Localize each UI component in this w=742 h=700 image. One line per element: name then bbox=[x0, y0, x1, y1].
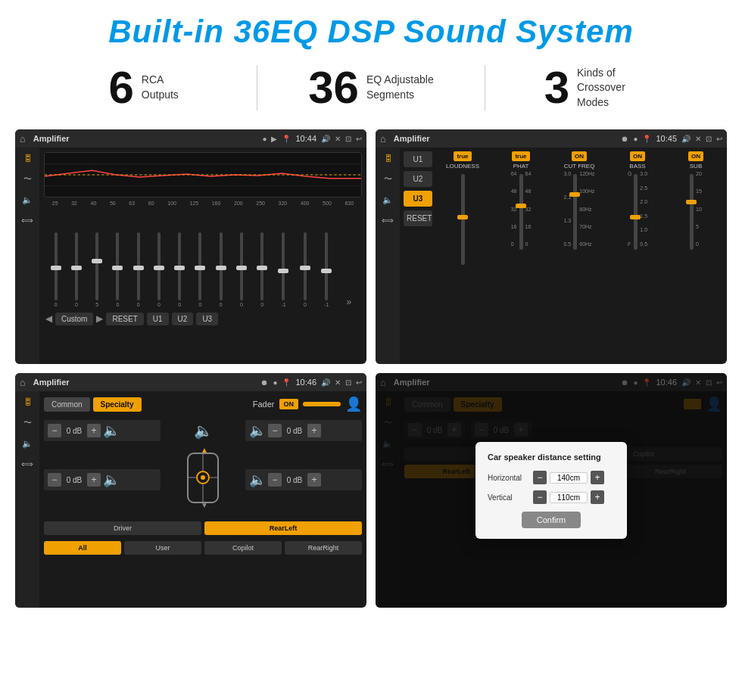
s3-arrows-icon: ⟺ bbox=[21, 459, 33, 469]
eq-slider-0: 0 bbox=[55, 232, 58, 307]
btn-copilot[interactable]: Copilot bbox=[204, 541, 282, 555]
vol-bl-minus[interactable]: − bbox=[48, 473, 61, 487]
phat-track[interactable] bbox=[519, 174, 523, 250]
eq-slider-1: 0 bbox=[75, 232, 78, 307]
sub-on[interactable]: ON bbox=[688, 151, 703, 161]
u2-btn[interactable]: U2 bbox=[172, 313, 194, 325]
bass-col: ON BASS GF 3.02.52.01.51.00.5 bbox=[610, 151, 665, 360]
btn-driver[interactable]: Driver bbox=[44, 521, 201, 535]
vertical-plus-btn[interactable]: + bbox=[591, 490, 604, 504]
screen2-dot-icon: ● bbox=[633, 135, 638, 143]
reset-btn[interactable]: RESET bbox=[106, 313, 143, 325]
tab-specialty[interactable]: Specialty bbox=[93, 397, 142, 412]
loudness-on[interactable]: true bbox=[454, 151, 471, 161]
screen3-dot-icon: ● bbox=[273, 378, 277, 387]
screen2-back-icon: ↩ bbox=[716, 135, 722, 143]
vol-bl-value: 0 dB bbox=[64, 476, 85, 484]
eq-curve-display bbox=[44, 152, 362, 198]
screen2-topbar: ⌂ Amplifier ⏺ ● 📍 10:45 🔊 ✕ ⊡ ↩ bbox=[376, 129, 727, 148]
eq-track-4[interactable] bbox=[137, 232, 140, 300]
screen1-title: Amplifier bbox=[33, 134, 258, 143]
screen-amp: ⌂ Amplifier ⏺ ● 📍 10:45 🔊 ✕ ⊡ ↩ 🎛 〜 🔈 ⟺ … bbox=[376, 129, 727, 364]
confirm-button[interactable]: Confirm bbox=[522, 512, 581, 528]
eq-track-12[interactable] bbox=[304, 232, 307, 300]
speaker-tl-icon: 🔈 bbox=[103, 422, 120, 439]
eq-track-13[interactable] bbox=[325, 232, 328, 300]
preset-u2[interactable]: U2 bbox=[404, 171, 432, 187]
screen3-x-icon: ✕ bbox=[335, 378, 341, 387]
vol-br-plus[interactable]: + bbox=[307, 473, 321, 487]
screen2-rec-icon: ⏺ bbox=[621, 135, 628, 143]
horizontal-value-input[interactable] bbox=[550, 472, 588, 484]
car-diagram: ▲ ▼ bbox=[165, 446, 241, 514]
btn-all[interactable]: All bbox=[44, 541, 121, 555]
horizontal-minus-btn[interactable]: − bbox=[533, 471, 547, 484]
vertical-value-input[interactable] bbox=[550, 492, 588, 503]
preset-u3[interactable]: U3 bbox=[404, 191, 432, 207]
speaker-top-icon: 🔈 bbox=[194, 422, 213, 440]
screen3-tabs: Common Specialty bbox=[44, 397, 142, 412]
eq-slider-7: 0 bbox=[198, 232, 201, 307]
tab-common[interactable]: Common bbox=[44, 397, 90, 412]
preset-u1[interactable]: U1 bbox=[404, 151, 432, 167]
vertical-minus-btn[interactable]: − bbox=[533, 490, 547, 504]
cutfreq-on[interactable]: ON bbox=[572, 151, 587, 161]
phat-on[interactable]: true bbox=[512, 151, 529, 161]
screen1-topbar: ⌂ Amplifier ● ▶ 📍 10:44 🔊 ✕ ⊡ ↩ bbox=[15, 129, 366, 148]
stat-crossover-number: 3 bbox=[544, 65, 569, 110]
btn-rearright[interactable]: RearRight bbox=[285, 541, 362, 555]
loudness-track[interactable] bbox=[461, 174, 465, 265]
fader-on-btn[interactable]: ON bbox=[279, 399, 299, 409]
s2-spk-icon: 🔈 bbox=[382, 195, 393, 205]
u1-btn[interactable]: U1 bbox=[147, 313, 169, 325]
eq-track-11[interactable] bbox=[282, 232, 285, 300]
sub-track[interactable] bbox=[690, 174, 694, 250]
bass-on[interactable]: ON bbox=[630, 151, 645, 161]
speaker-top: 🔈 bbox=[165, 422, 241, 440]
eq-slider-12: 0 bbox=[304, 232, 307, 307]
eq-track-6[interactable] bbox=[178, 232, 181, 300]
screenshots-grid: ⌂ Amplifier ● ▶ 📍 10:44 🔊 ✕ ⊡ ↩ 🎛 〜 🔈 ⟺ bbox=[0, 122, 742, 615]
sidebar-arrows-icon: ⟺ bbox=[21, 216, 33, 226]
s3-wave-icon: 〜 bbox=[23, 417, 32, 428]
btn-user[interactable]: User bbox=[124, 541, 201, 555]
vol-bl-plus[interactable]: + bbox=[87, 473, 101, 487]
eq-prev-btn[interactable]: ◀ bbox=[45, 313, 52, 324]
eq-track-10[interactable] bbox=[260, 232, 263, 300]
eq-slider-4: 0 bbox=[137, 232, 140, 307]
topbar-x-icon: ✕ bbox=[335, 135, 341, 143]
horizontal-plus-btn[interactable]: + bbox=[591, 471, 604, 484]
eq-track-9[interactable] bbox=[240, 232, 243, 300]
eq-track-5[interactable] bbox=[157, 232, 161, 300]
screen1-content: 🎛 〜 🔈 ⟺ bbox=[15, 148, 366, 364]
eq-freq-labels: 25 32 40 50 63 80 100 125 160 200 250 32… bbox=[44, 201, 362, 206]
distance-dialog: Car speaker distance setting Horizontal … bbox=[475, 442, 627, 539]
topbar-pin-icon: 📍 bbox=[282, 135, 291, 143]
vol-top-left: − 0 dB + 🔈 bbox=[44, 420, 161, 441]
eq-track-1[interactable] bbox=[75, 232, 78, 300]
eq-track-8[interactable] bbox=[220, 232, 223, 300]
vol-br-minus[interactable]: − bbox=[268, 473, 282, 487]
preset-reset[interactable]: RESET bbox=[404, 210, 432, 226]
eq-next-arrow[interactable]: » bbox=[347, 297, 352, 307]
eq-track-3[interactable] bbox=[116, 232, 119, 300]
fader-slider[interactable] bbox=[303, 402, 341, 406]
screen2-title: Amplifier bbox=[394, 134, 617, 143]
eq-track-2[interactable] bbox=[95, 232, 98, 300]
bass-track[interactable] bbox=[634, 174, 638, 250]
bass-label: BASS bbox=[629, 163, 645, 170]
eq-next-btn[interactable]: ▶ bbox=[96, 313, 103, 324]
vol-tr-minus[interactable]: − bbox=[268, 424, 282, 437]
screen3-bottom-bar2: All User Copilot RearRight bbox=[44, 541, 362, 555]
vol-tl-plus[interactable]: + bbox=[87, 424, 101, 437]
u3-btn[interactable]: U3 bbox=[196, 313, 218, 325]
cutfreq-track[interactable] bbox=[573, 174, 577, 250]
loudness-label: LOUDNESS bbox=[446, 163, 479, 170]
vol-tr-plus[interactable]: + bbox=[307, 424, 321, 437]
custom-btn[interactable]: Custom bbox=[55, 313, 93, 325]
eq-track-7[interactable] bbox=[198, 232, 201, 300]
eq-track-0[interactable] bbox=[55, 232, 58, 300]
speaker-bl-icon: 🔈 bbox=[103, 471, 120, 488]
btn-rearleft[interactable]: RearLeft bbox=[204, 521, 362, 535]
vol-tl-minus[interactable]: − bbox=[48, 424, 61, 437]
